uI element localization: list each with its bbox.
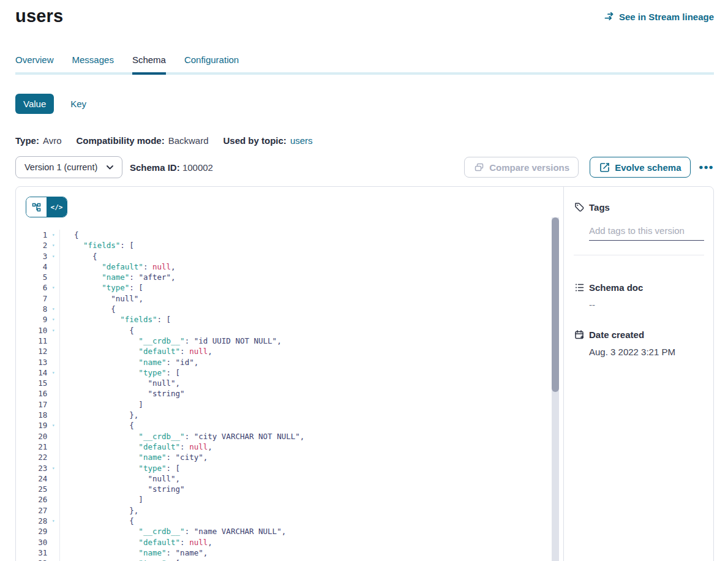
tab-overview[interactable]: Overview [15,55,54,72]
code-line-text: "type": [ [60,558,180,561]
evolve-schema-button[interactable]: Evolve schema [590,157,690,178]
schema-code-viewer[interactable]: 1▾{2▾ "fields": [3▾ {4 "default": null,5… [26,230,563,561]
fold-toggle-icon[interactable]: ▾ [47,314,59,325]
code-line-text: "name": "id", [60,357,198,367]
schema-meta-row: Type: Avro Compatibility mode: Backward … [15,135,714,146]
fold-spacer [47,410,59,420]
code-line-text: "default": null, [60,537,212,548]
topic-link[interactable]: users [290,135,313,146]
key-toggle-button[interactable]: Key [70,99,86,109]
code-line: 19▾ { [26,420,563,431]
compare-versions-button[interactable]: Compare versions [464,157,579,178]
fold-spacer [47,357,59,367]
code-line-text: { [60,516,134,526]
more-options-button[interactable]: ••• [699,164,714,170]
code-line-text: "__crdb__": "name VARCHAR NULL", [60,526,286,537]
compatibility-value: Backward [168,135,209,146]
tree-view-button[interactable] [26,197,47,217]
fold-spacer [47,293,59,304]
code-line-text: { [60,325,134,336]
value-toggle-button[interactable]: Value [15,94,54,114]
code-line-text: "default": null, [60,346,212,356]
code-line-text: "default": null, [60,442,212,452]
page-header: users See in Stream lineage [15,6,714,26]
code-line: 6▾ "type": [ [26,282,563,293]
code-line-text: "default": null, [60,262,176,272]
fold-toggle-icon[interactable]: ▾ [47,304,59,314]
line-number: 28 [26,516,47,526]
fold-toggle-icon[interactable]: ▾ [47,240,59,250]
code-line: 22 "name": "city", [26,452,563,462]
code-line: 31 "name": "name", [26,548,563,558]
date-created-value: Aug. 3 2022 3:21 PM [589,347,704,357]
evolve-schema-label: Evolve schema [615,162,681,173]
fold-toggle-icon[interactable]: ▾ [47,558,59,561]
fold-toggle-icon[interactable]: ▾ [47,251,59,262]
date-created-heading: Date created [589,329,644,340]
fold-spacer [47,505,59,516]
line-number: 2 [26,240,47,250]
fold-spacer [47,494,59,505]
schema-sidebar: Tags Schema doc -- [564,187,714,561]
fold-toggle-icon[interactable]: ▾ [47,420,59,431]
version-select-value: Version 1 (current) [24,162,97,172]
version-controls-row: Version 1 (current) Schema ID: 100002 Co… [15,156,714,178]
fold-spacer [47,346,59,356]
code-line: 32▾ "type": [ [26,558,563,561]
code-line: 14▾ "type": [ [26,367,563,378]
tab-schema[interactable]: Schema [132,55,166,72]
schema-doc-section: Schema doc -- [574,282,704,310]
tab-messages[interactable]: Messages [72,55,114,72]
code-line: 12 "default": null, [26,346,563,356]
code-line: 7 "null", [26,293,563,304]
schema-code-panel: </> 1▾{2▾ "fields": [3▾ {4 "default": nu… [16,187,564,561]
line-number: 7 [26,293,47,304]
code-line-text: { [60,304,116,314]
line-number: 31 [26,548,47,558]
line-number: 29 [26,526,47,537]
add-tags-input[interactable] [589,225,704,241]
fold-spacer [47,442,59,452]
used-by-topic-label: Used by topic: [223,135,287,146]
code-line: 27 }, [26,505,563,516]
code-line: 18 }, [26,410,563,420]
fold-toggle-icon[interactable]: ▾ [47,463,59,473]
code-line-text: "type": [ [60,367,180,378]
version-select[interactable]: Version 1 (current) [15,156,122,178]
fold-toggle-icon[interactable]: ▾ [47,516,59,526]
code-line-text: "fields": [ [60,314,171,325]
code-line: 1▾{ [26,230,563,240]
line-number: 9 [26,314,47,325]
schema-doc-heading: Schema doc [589,282,643,293]
code-scrollbar-thumb[interactable] [552,217,559,392]
code-line-text: "null", [60,473,180,484]
see-in-stream-lineage-link[interactable]: See in Stream lineage [604,11,714,22]
code-view-button[interactable]: </> [47,197,67,217]
fold-spacer [47,526,59,537]
fold-toggle-icon[interactable]: ▾ [47,325,59,336]
code-line: 11 "__crdb__": "id UUID NOT NULL", [26,336,563,346]
line-number: 19 [26,420,47,431]
code-line: 20 "__crdb__": "city VARCHAR NOT NULL", [26,431,563,442]
code-line-text: "name": "city", [60,452,208,462]
fold-spacer [47,431,59,442]
fold-toggle-icon[interactable]: ▾ [47,282,59,293]
fold-toggle-icon[interactable]: ▾ [47,230,59,240]
line-number: 20 [26,431,47,442]
code-line: 23▾ "type": [ [26,463,563,473]
code-line-text: "type": [ [60,282,143,293]
code-line-text: "string" [60,388,185,399]
fold-toggle-icon[interactable]: ▾ [47,367,59,378]
fold-spacer [47,473,59,484]
code-lines: 1▾{2▾ "fields": [3▾ {4 "default": null,5… [26,230,563,561]
tab-configuration[interactable]: Configuration [184,55,239,72]
fold-spacer [47,399,59,410]
code-line-text: "null", [60,293,143,304]
line-number: 17 [26,399,47,410]
code-scrollbar-track[interactable] [552,217,559,561]
schema-id-value: 100002 [182,162,213,173]
code-line-text: { [60,251,97,262]
line-number: 8 [26,304,47,314]
fold-spacer [47,336,59,346]
code-line: 2▾ "fields": [ [26,240,563,250]
